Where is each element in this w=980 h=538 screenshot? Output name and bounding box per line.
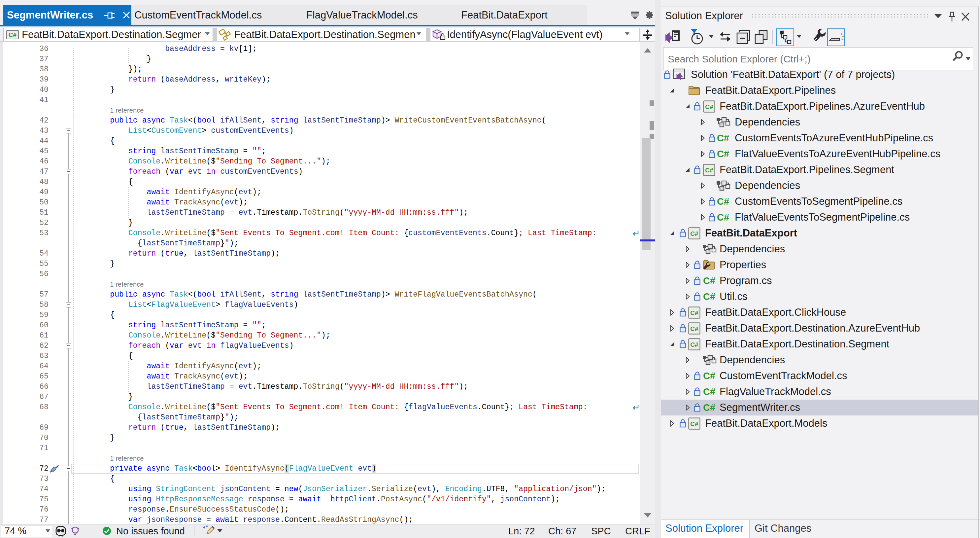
svg-text:C#: C# [9,31,17,38]
